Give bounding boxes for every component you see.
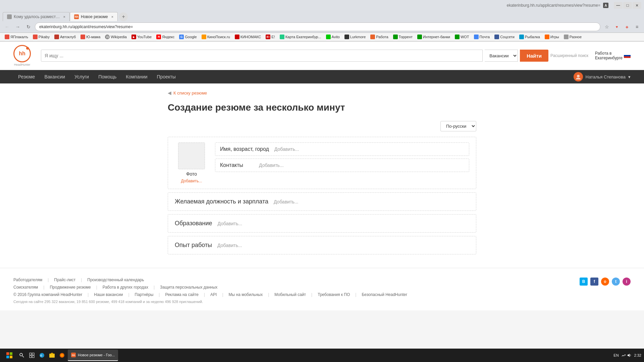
nav-services[interactable]: Услуги xyxy=(70,70,94,83)
hh-logo-circle: hh xyxy=(13,45,31,62)
back-button[interactable]: ← xyxy=(3,22,11,31)
footer-link-employers[interactable]: Работодателям xyxy=(13,278,42,282)
footer-link-mobile-site[interactable]: Мобильный сайт xyxy=(274,292,306,297)
bookmark-rybalka[interactable]: Рыбалка xyxy=(517,34,542,40)
advanced-search-link[interactable]: Расширенный поиск xyxy=(550,53,588,58)
footer-link-advertising[interactable]: Реклама на сайте xyxy=(165,292,199,297)
bookmark-torrent[interactable]: Торрент xyxy=(391,34,415,40)
vacancy-select[interactable]: Вакансии xyxy=(485,50,518,62)
hh-nav-right: Наталья Степанова ▾ xyxy=(574,72,631,81)
footer-link-api[interactable]: API xyxy=(210,292,217,297)
nav-vacancies[interactable]: Вакансии xyxy=(40,70,70,83)
search-input[interactable] xyxy=(41,50,483,62)
extension-button-2[interactable]: ◈ xyxy=(623,22,631,31)
bookmark-socseti[interactable]: Соцсети xyxy=(492,34,517,40)
refresh-button[interactable]: ↻ xyxy=(24,22,33,31)
nav-resume[interactable]: Резюме xyxy=(13,70,40,83)
hh-logo[interactable]: hh HeadHunter xyxy=(13,45,31,66)
footer-link-applicants[interactable]: Соискателям xyxy=(13,285,38,290)
photo-add-link[interactable]: Добавить... xyxy=(181,179,202,183)
desired-position-label: Желаемая должность и зарплата xyxy=(175,198,268,205)
bookmark-yumama[interactable]: Ю-мама xyxy=(78,34,102,40)
bookmark-avito[interactable]: Avito xyxy=(324,34,342,40)
location-line2: Екатеринбурге xyxy=(595,56,623,60)
bookmark-pochta[interactable]: Почта xyxy=(472,34,492,40)
footer-social-container: B f о t i xyxy=(580,278,631,286)
desired-position-section[interactable]: Желаемая должность и зарплата Добавить..… xyxy=(168,192,476,211)
work-experience-header: Опыт работы Добавить... xyxy=(175,242,469,249)
bookmark-google[interactable]: G Google xyxy=(177,34,199,40)
bookmark-button[interactable]: ☆ xyxy=(602,22,611,31)
bookmark-wot[interactable]: WOT xyxy=(453,34,471,40)
nav-help[interactable]: Помощь xyxy=(94,70,121,83)
bookmark-kinomax[interactable]: КИНОМАКС xyxy=(233,34,263,40)
bookmark-banks[interactable]: Интернет-банки xyxy=(415,34,452,40)
footer-link-partners[interactable]: Партнёры xyxy=(135,292,154,297)
footer-link-calendar[interactable]: Производственный календарь xyxy=(87,278,144,282)
footer-link-mobile[interactable]: Мы на мобильных xyxy=(229,292,263,297)
forward-button[interactable]: → xyxy=(13,22,22,31)
bookmark-youtube[interactable]: ▶ YouTube xyxy=(129,34,154,40)
bookmark-autoclub[interactable]: Автоклуб xyxy=(52,34,78,40)
page-title: Создание резюме за несколько минут xyxy=(168,102,476,113)
nav-projects[interactable]: Проекты xyxy=(152,70,180,83)
minimize-button[interactable]: ─ xyxy=(614,2,623,9)
footer-link-safe-hh[interactable]: Безопасный HeadHunter xyxy=(362,292,407,297)
bookmark-e[interactable]: E! E! xyxy=(264,34,277,40)
work-experience-section[interactable]: Опыт работы Добавить... xyxy=(168,236,476,254)
footer-link-requirements[interactable]: Требования к ПО xyxy=(318,292,350,297)
photo-label: Фото xyxy=(186,171,197,177)
logo-text: hh xyxy=(19,51,25,57)
address-bar[interactable] xyxy=(35,22,600,31)
lang-select[interactable]: По-русски In English xyxy=(440,121,476,131)
new-tab-button[interactable]: + xyxy=(119,12,128,21)
hh-nav: Резюме Вакансии Услуги Помощь Компании П… xyxy=(0,70,644,83)
footer-link-resume-promotion[interactable]: Продвижение резюме xyxy=(50,285,91,290)
education-section[interactable]: Образование Добавить... xyxy=(168,214,476,233)
tab-1[interactable]: Кому удалось разместит... × xyxy=(3,12,70,21)
extension-icon[interactable]: A xyxy=(603,3,608,8)
contacts-field-row[interactable]: Контакты Добавить... xyxy=(215,159,469,172)
breadcrumb-link[interactable]: К списку резюме xyxy=(173,90,207,96)
bookmark-yandex[interactable]: Я Яндекс xyxy=(154,34,176,40)
bookmark-yaplakat[interactable]: ЯПлакалъ xyxy=(3,34,30,40)
footer-link-other-cities[interactable]: Работа в других городах xyxy=(103,285,148,290)
bookmark-igry[interactable]: Игры xyxy=(543,34,561,40)
bookmark-pikaby[interactable]: Pikaby xyxy=(31,34,52,40)
name-field-row[interactable]: Имя, возраст, город Добавить... xyxy=(215,142,469,156)
social-icon-twitter[interactable]: t xyxy=(612,278,620,286)
search-button[interactable]: Найти xyxy=(520,50,548,62)
bookmark-banks-favicon xyxy=(417,35,422,39)
footer-link-pricelist[interactable]: Прайс-лист xyxy=(54,278,75,282)
bookmark-e-favicon: E! xyxy=(266,35,270,39)
user-avatar xyxy=(574,72,583,81)
maximize-button[interactable]: □ xyxy=(623,2,632,9)
tab-1-close[interactable]: × xyxy=(63,15,65,19)
social-icon-instagram[interactable]: i xyxy=(623,278,631,286)
bookmark-raznoe[interactable]: Разное xyxy=(562,34,584,40)
footer-link-personal-data[interactable]: Защита персональных данных xyxy=(160,285,217,290)
bookmark-kinopoisk[interactable]: КиноПоиск.ru xyxy=(200,34,232,40)
tab-1-favicon xyxy=(7,14,12,19)
tab-2-close[interactable]: × xyxy=(111,15,113,19)
social-icon-vk[interactable]: B xyxy=(580,278,588,286)
user-dropdown-icon[interactable]: ▾ xyxy=(628,74,631,79)
bookmark-wikipedia[interactable]: W Wikipedia xyxy=(103,34,129,40)
footer-link-our-vacancies[interactable]: Наши вакансии xyxy=(94,292,123,297)
bookmark-kinomax-favicon xyxy=(235,35,239,39)
work-experience-label: Опыт работы xyxy=(175,242,212,249)
bookmark-rabota[interactable]: Работа xyxy=(368,34,390,40)
close-button[interactable]: × xyxy=(633,2,641,9)
extension-button-1[interactable]: ♥ xyxy=(612,22,621,31)
hh-logo-subtext: HeadHunter xyxy=(14,63,31,66)
bookmark-pikaby-favicon xyxy=(33,35,38,39)
user-name[interactable]: Наталья Степанова xyxy=(586,74,626,79)
bookmark-lurkmore[interactable]: Lurkmore xyxy=(342,34,368,40)
social-icon-facebook[interactable]: f xyxy=(590,278,598,286)
nav-companies[interactable]: Компании xyxy=(121,70,152,83)
menu-button[interactable]: ≡ xyxy=(633,22,641,31)
name-field-label: Имя, возраст, город xyxy=(220,146,269,152)
tab-2[interactable]: hh Новое резюме × xyxy=(70,12,118,21)
bookmark-map[interactable]: Карта Екатеринбур... xyxy=(278,34,323,40)
social-icon-odnoklassniki[interactable]: о xyxy=(601,278,609,286)
